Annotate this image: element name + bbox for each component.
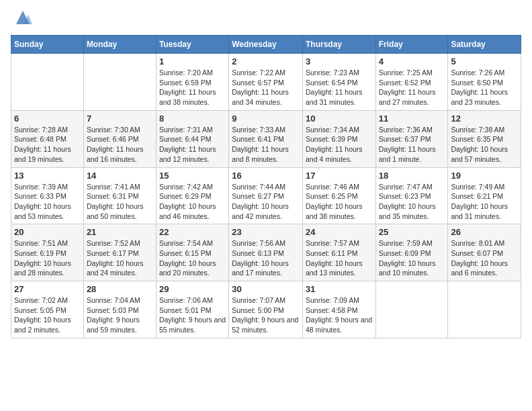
calendar-cell (448, 281, 521, 338)
day-number: 23 (232, 227, 300, 237)
calendar-week-row: 20Sunrise: 7:51 AMSunset: 6:19 PMDayligh… (11, 224, 521, 281)
page-header (11, 11, 521, 27)
day-info: Sunrise: 7:49 AMSunset: 6:21 PMDaylight:… (451, 182, 518, 222)
day-number: 3 (306, 56, 373, 66)
calendar-cell: 27Sunrise: 7:02 AMSunset: 5:05 PMDayligh… (11, 281, 84, 338)
calendar-cell: 10Sunrise: 7:34 AMSunset: 6:39 PMDayligh… (302, 110, 375, 167)
calendar-cell: 3Sunrise: 7:23 AMSunset: 6:54 PMDaylight… (302, 54, 375, 111)
day-number: 8 (159, 113, 226, 124)
calendar-cell: 11Sunrise: 7:36 AMSunset: 6:37 PMDayligh… (375, 110, 448, 167)
day-info: Sunrise: 7:04 AMSunset: 5:03 PMDaylight:… (87, 295, 153, 335)
day-number: 27 (14, 284, 81, 294)
calendar-cell: 29Sunrise: 7:06 AMSunset: 5:01 PMDayligh… (156, 281, 228, 338)
day-info: Sunrise: 7:52 AMSunset: 6:17 PMDaylight:… (87, 238, 153, 278)
calendar-cell: 5Sunrise: 7:26 AMSunset: 6:50 PMDaylight… (448, 54, 521, 111)
day-number: 4 (379, 56, 445, 66)
calendar-cell: 20Sunrise: 7:51 AMSunset: 6:19 PMDayligh… (11, 224, 84, 281)
day-number: 24 (306, 227, 373, 237)
calendar-cell: 15Sunrise: 7:42 AMSunset: 6:29 PMDayligh… (156, 167, 228, 224)
calendar-cell: 9Sunrise: 7:33 AMSunset: 6:41 PMDaylight… (229, 110, 303, 167)
day-info: Sunrise: 7:28 AMSunset: 6:48 PMDaylight:… (14, 125, 81, 165)
calendar-cell: 30Sunrise: 7:07 AMSunset: 5:00 PMDayligh… (229, 281, 303, 338)
calendar-cell: 21Sunrise: 7:52 AMSunset: 6:17 PMDayligh… (83, 224, 156, 281)
day-number: 7 (87, 113, 153, 124)
day-info: Sunrise: 7:25 AMSunset: 6:52 PMDaylight:… (379, 68, 445, 107)
calendar-header: SundayMondayTuesdayWednesdayThursdayFrid… (11, 36, 521, 54)
day-info: Sunrise: 7:02 AMSunset: 5:05 PMDaylight:… (14, 295, 81, 335)
calendar-cell: 4Sunrise: 7:25 AMSunset: 6:52 PMDaylight… (375, 54, 448, 111)
calendar-cell: 28Sunrise: 7:04 AMSunset: 5:03 PMDayligh… (83, 281, 156, 338)
calendar-cell: 1Sunrise: 7:20 AMSunset: 6:59 PMDaylight… (156, 54, 228, 111)
weekday-header-row: SundayMondayTuesdayWednesdayThursdayFrid… (11, 36, 521, 54)
weekday-header-friday: Friday (375, 36, 448, 54)
calendar-cell: 14Sunrise: 7:41 AMSunset: 6:31 PMDayligh… (83, 167, 156, 224)
day-info: Sunrise: 7:22 AMSunset: 6:57 PMDaylight:… (232, 68, 300, 107)
day-number: 25 (379, 227, 445, 237)
day-number: 12 (451, 113, 518, 124)
day-info: Sunrise: 7:46 AMSunset: 6:25 PMDaylight:… (306, 182, 373, 222)
calendar-cell (375, 281, 448, 338)
calendar-cell: 25Sunrise: 7:59 AMSunset: 6:09 PMDayligh… (375, 224, 448, 281)
day-info: Sunrise: 7:06 AMSunset: 5:01 PMDaylight:… (159, 295, 226, 335)
logo (11, 11, 32, 27)
calendar-cell: 26Sunrise: 8:01 AMSunset: 6:07 PMDayligh… (448, 224, 521, 281)
calendar-body: 1Sunrise: 7:20 AMSunset: 6:59 PMDaylight… (11, 54, 521, 338)
weekday-header-saturday: Saturday (448, 36, 521, 54)
day-number: 2 (232, 56, 300, 66)
calendar-cell: 17Sunrise: 7:46 AMSunset: 6:25 PMDayligh… (302, 167, 375, 224)
calendar-cell: 16Sunrise: 7:44 AMSunset: 6:27 PMDayligh… (229, 167, 303, 224)
calendar-week-row: 13Sunrise: 7:39 AMSunset: 6:33 PMDayligh… (11, 167, 521, 224)
day-number: 21 (87, 227, 153, 237)
weekday-header-sunday: Sunday (11, 36, 84, 54)
day-number: 15 (159, 171, 226, 181)
day-number: 29 (159, 284, 226, 294)
day-info: Sunrise: 7:31 AMSunset: 6:44 PMDaylight:… (159, 125, 226, 165)
day-info: Sunrise: 7:34 AMSunset: 6:39 PMDaylight:… (306, 125, 373, 165)
calendar-cell (11, 54, 84, 111)
day-number: 20 (14, 227, 81, 237)
day-number: 16 (232, 171, 300, 181)
calendar-cell: 19Sunrise: 7:49 AMSunset: 6:21 PMDayligh… (448, 167, 521, 224)
calendar-table: SundayMondayTuesdayWednesdayThursdayFrid… (11, 35, 521, 338)
day-info: Sunrise: 7:56 AMSunset: 6:13 PMDaylight:… (232, 238, 300, 278)
calendar-cell: 12Sunrise: 7:38 AMSunset: 6:35 PMDayligh… (448, 110, 521, 167)
day-number: 13 (14, 171, 81, 181)
calendar-cell: 2Sunrise: 7:22 AMSunset: 6:57 PMDaylight… (229, 54, 303, 111)
day-number: 22 (159, 227, 226, 237)
day-number: 30 (232, 284, 300, 294)
day-info: Sunrise: 7:23 AMSunset: 6:54 PMDaylight:… (306, 68, 373, 107)
weekday-header-wednesday: Wednesday (229, 36, 303, 54)
day-info: Sunrise: 7:33 AMSunset: 6:41 PMDaylight:… (232, 125, 300, 165)
day-info: Sunrise: 7:44 AMSunset: 6:27 PMDaylight:… (232, 182, 300, 222)
day-info: Sunrise: 7:30 AMSunset: 6:46 PMDaylight:… (87, 125, 153, 165)
weekday-header-monday: Monday (83, 36, 156, 54)
day-info: Sunrise: 8:01 AMSunset: 6:07 PMDaylight:… (451, 238, 518, 278)
day-info: Sunrise: 7:54 AMSunset: 6:15 PMDaylight:… (159, 238, 226, 278)
calendar-week-row: 1Sunrise: 7:20 AMSunset: 6:59 PMDaylight… (11, 54, 521, 111)
logo-icon (13, 8, 32, 27)
calendar-cell: 22Sunrise: 7:54 AMSunset: 6:15 PMDayligh… (156, 224, 228, 281)
day-info: Sunrise: 7:38 AMSunset: 6:35 PMDaylight:… (451, 125, 518, 165)
calendar-cell: 6Sunrise: 7:28 AMSunset: 6:48 PMDaylight… (11, 110, 84, 167)
day-info: Sunrise: 7:39 AMSunset: 6:33 PMDaylight:… (14, 182, 81, 222)
day-number: 17 (306, 171, 373, 181)
calendar-cell: 7Sunrise: 7:30 AMSunset: 6:46 PMDaylight… (83, 110, 156, 167)
calendar-cell: 24Sunrise: 7:57 AMSunset: 6:11 PMDayligh… (302, 224, 375, 281)
day-number: 28 (87, 284, 153, 294)
day-number: 6 (14, 113, 81, 124)
day-number: 31 (306, 284, 373, 294)
day-info: Sunrise: 7:20 AMSunset: 6:59 PMDaylight:… (159, 68, 226, 107)
day-info: Sunrise: 7:42 AMSunset: 6:29 PMDaylight:… (159, 182, 226, 222)
calendar-week-row: 27Sunrise: 7:02 AMSunset: 5:05 PMDayligh… (11, 281, 521, 338)
calendar-cell: 18Sunrise: 7:47 AMSunset: 6:23 PMDayligh… (375, 167, 448, 224)
day-info: Sunrise: 7:36 AMSunset: 6:37 PMDaylight:… (379, 125, 445, 165)
calendar-cell: 8Sunrise: 7:31 AMSunset: 6:44 PMDaylight… (156, 110, 228, 167)
weekday-header-tuesday: Tuesday (156, 36, 228, 54)
day-info: Sunrise: 7:07 AMSunset: 5:00 PMDaylight:… (232, 295, 300, 335)
day-info: Sunrise: 7:41 AMSunset: 6:31 PMDaylight:… (87, 182, 153, 222)
day-number: 26 (451, 227, 518, 237)
day-number: 18 (379, 171, 445, 181)
calendar-cell: 31Sunrise: 7:09 AMSunset: 4:58 PMDayligh… (302, 281, 375, 338)
day-info: Sunrise: 7:57 AMSunset: 6:11 PMDaylight:… (306, 238, 373, 278)
weekday-header-thursday: Thursday (302, 36, 375, 54)
